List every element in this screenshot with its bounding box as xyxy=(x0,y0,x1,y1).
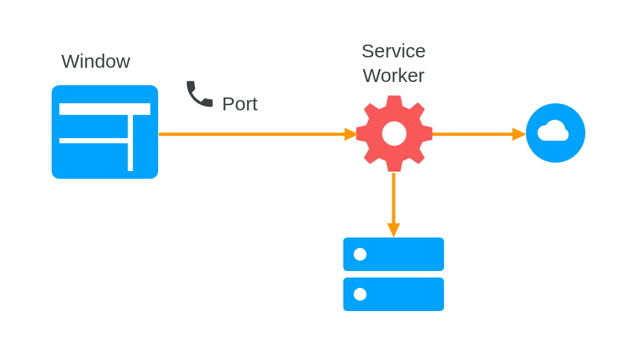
gear-icon xyxy=(356,96,432,172)
arrow-window-to-serviceworker xyxy=(159,126,359,143)
service-worker-line2: Worker xyxy=(363,65,425,86)
svg-point-10 xyxy=(354,288,367,301)
window-label: Window xyxy=(61,49,165,74)
svg-rect-4 xyxy=(133,115,150,171)
svg-point-8 xyxy=(354,248,367,261)
service-worker-line1: Service xyxy=(361,40,426,61)
svg-marker-12 xyxy=(345,128,359,141)
arrow-serviceworker-to-cloud xyxy=(432,126,527,143)
svg-rect-3 xyxy=(59,143,128,171)
service-worker-label: Service Worker xyxy=(336,39,452,87)
phone-icon xyxy=(183,77,216,111)
storage-icon xyxy=(343,238,444,311)
port-label: Port xyxy=(222,92,274,116)
arrow-serviceworker-to-storage xyxy=(385,173,402,238)
cloud-icon xyxy=(526,103,585,163)
svg-rect-2 xyxy=(59,115,128,138)
browser-window-icon xyxy=(52,85,158,179)
svg-marker-14 xyxy=(512,128,527,141)
svg-point-5 xyxy=(382,121,407,146)
svg-marker-16 xyxy=(387,223,400,238)
